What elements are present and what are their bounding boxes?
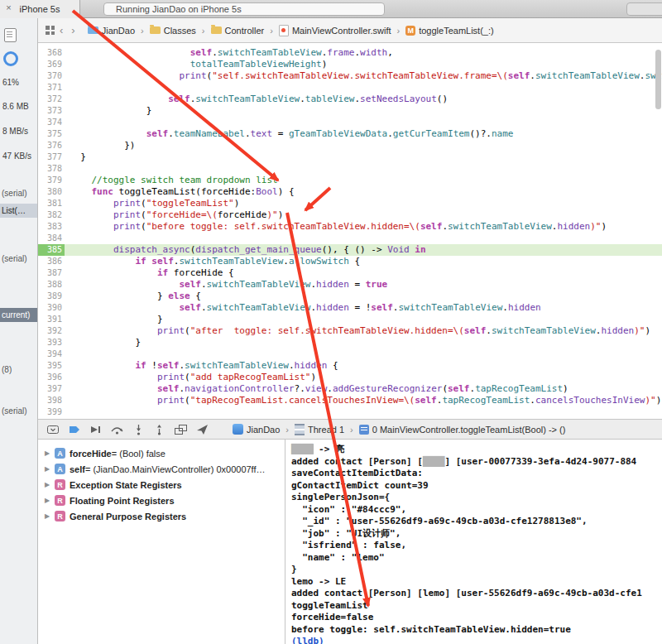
- breakpoints-toggle-icon[interactable]: [68, 424, 81, 435]
- variable-row[interactable]: ▶RException State Registers: [38, 477, 285, 493]
- thread-list-item[interactable]: (8): [0, 363, 38, 377]
- simulate-location-icon[interactable]: [196, 424, 209, 435]
- line-number[interactable]: 374: [38, 117, 65, 128]
- code-line[interactable]: 369 totalTeamTableViewHeight): [38, 59, 662, 70]
- line-number[interactable]: 390: [38, 302, 65, 314]
- code-line[interactable]: 395 if !self.switchTeamTableView.hidden …: [38, 360, 662, 372]
- gauge-value[interactable]: 8.6 MB: [2, 102, 29, 111]
- disclosure-triangle-icon[interactable]: ▶: [45, 512, 55, 520]
- code-line[interactable]: 376 }): [38, 140, 662, 151]
- code-line[interactable]: 372 self.switchTeamTableView.tableView.s…: [38, 94, 662, 105]
- line-number[interactable]: 386: [38, 256, 65, 267]
- line-number[interactable]: 397: [38, 383, 65, 395]
- view-debugger-icon[interactable]: [174, 424, 188, 435]
- line-number[interactable]: 369: [38, 59, 65, 70]
- code-line[interactable]: 375 self.teamNameLabel.text = gTeamTable…: [38, 128, 662, 140]
- line-number[interactable]: 391: [38, 314, 65, 325]
- code-line[interactable]: 387 if forceHide {: [38, 267, 662, 279]
- line-number[interactable]: 382: [38, 209, 65, 221]
- line-number[interactable]: 371: [38, 82, 65, 94]
- line-number[interactable]: 380: [38, 186, 65, 198]
- code-line[interactable]: 389 } else {: [38, 291, 662, 302]
- breadcrumb-item[interactable]: Controller: [211, 26, 265, 36]
- line-number[interactable]: 368: [38, 47, 65, 59]
- line-number[interactable]: 383: [38, 221, 65, 233]
- gauge-value[interactable]: 8 MB/s: [2, 127, 28, 136]
- thread-list-item[interactable]: List(…: [0, 204, 38, 218]
- variable-row[interactable]: ▶RGeneral Purpose Registers: [38, 508, 285, 524]
- code-line[interactable]: 368 self.switchTeamTableView.frame.width…: [38, 47, 662, 59]
- breadcrumb-item[interactable]: Classes: [150, 26, 196, 36]
- line-number[interactable]: 388: [38, 279, 65, 291]
- code-line[interactable]: 385 dispatch_async(dispatch_get_main_que…: [38, 244, 662, 256]
- code-line[interactable]: 393 }: [38, 337, 662, 348]
- line-number[interactable]: 394: [38, 348, 65, 360]
- disclosure-triangle-icon[interactable]: ▶: [45, 481, 55, 488]
- back-chevron-icon[interactable]: ‹: [60, 25, 63, 36]
- code-line[interactable]: 373 }: [38, 105, 662, 117]
- thread-list-item[interactable]: (serial): [0, 186, 38, 200]
- thread-list-item[interactable]: (serial): [0, 404, 38, 418]
- line-number[interactable]: 379: [38, 175, 65, 186]
- toolbar-button-fragment[interactable]: [626, 2, 662, 16]
- line-number[interactable]: 373: [38, 105, 65, 117]
- line-number[interactable]: 395: [38, 360, 65, 372]
- code-line[interactable]: 380 func toggleTeamList(forceHide:Bool) …: [38, 186, 662, 198]
- line-number[interactable]: 387: [38, 267, 65, 279]
- code-line[interactable]: 379 //toggle switch team dropdown list: [38, 175, 662, 186]
- line-number[interactable]: 384: [38, 233, 65, 244]
- disclosure-triangle-icon[interactable]: ▶: [45, 465, 55, 473]
- variable-row[interactable]: ▶Aself = (JianDao.MainViewController) 0x…: [38, 461, 285, 477]
- code-line[interactable]: 378: [38, 163, 662, 175]
- line-number[interactable]: 399: [38, 406, 65, 418]
- code-line[interactable]: 370 print("self.switchTeamTableView.swit…: [38, 70, 662, 82]
- variable-row[interactable]: ▶RFloating Point Registers: [38, 493, 285, 508]
- line-number[interactable]: 393: [38, 337, 65, 348]
- console-view[interactable]: ████ -> 亮added contact [Person] [████] […: [285, 440, 662, 644]
- code-line[interactable]: 399: [38, 406, 662, 418]
- code-line[interactable]: 377 }: [38, 151, 662, 163]
- breadcrumb-item[interactable]: JianDao: [88, 26, 135, 36]
- code-line[interactable]: 392 print("after toggle: self.switchTeam…: [38, 325, 662, 337]
- continue-icon[interactable]: [89, 424, 102, 435]
- line-number[interactable]: 392: [38, 325, 65, 337]
- line-number[interactable]: 376: [38, 140, 65, 151]
- report-navigator-icon[interactable]: [4, 28, 17, 42]
- hide-debug-area-icon[interactable]: [46, 424, 60, 435]
- step-into-icon[interactable]: [132, 424, 145, 435]
- line-number[interactable]: 381: [38, 198, 65, 209]
- breadcrumb-item[interactable]: MtoggleTeamList(_:): [405, 26, 494, 36]
- code-line[interactable]: 383 print("before toggle: self.switchTea…: [38, 221, 662, 233]
- tab-close-icon[interactable]: ×: [3, 2, 14, 15]
- line-number[interactable]: 370: [38, 70, 65, 82]
- code-line[interactable]: 386 if self.switchTeamTableView.allowSwi…: [38, 256, 662, 267]
- line-number[interactable]: 377: [38, 151, 65, 163]
- line-number[interactable]: 396: [38, 372, 65, 383]
- related-items-icon[interactable]: [45, 25, 55, 36]
- code-line[interactable]: 384: [38, 233, 662, 244]
- code-line[interactable]: 397 self.navigationController?.view.addG…: [38, 383, 662, 395]
- gauge-value[interactable]: 61%: [2, 78, 19, 87]
- disclosure-triangle-icon[interactable]: ▶: [45, 497, 55, 504]
- window-tab-iphone-5s[interactable]: × iPhone 5s: [0, 0, 80, 18]
- line-number[interactable]: 389: [38, 291, 65, 302]
- editor-scroll-thumb[interactable]: [655, 50, 661, 109]
- variable-row[interactable]: ▶AforceHide = (Bool) false: [38, 445, 285, 461]
- code-line[interactable]: 390 self.switchTeamTableView.hidden = !s…: [38, 302, 662, 314]
- step-over-icon[interactable]: [110, 424, 124, 435]
- cpu-gauge-icon[interactable]: [3, 51, 18, 66]
- code-line[interactable]: 374: [38, 117, 662, 128]
- line-number[interactable]: 385: [38, 244, 65, 256]
- thread-list-item[interactable]: current): [0, 308, 38, 322]
- forward-chevron-icon[interactable]: ›: [71, 25, 74, 36]
- debug-crumb-thread[interactable]: Thread 1: [308, 425, 344, 435]
- code-line[interactable]: 396 print("add tapRecogTeamList"): [38, 372, 662, 383]
- gauge-value[interactable]: 47 KB/s: [2, 151, 31, 161]
- editor-scrollbar[interactable]: [655, 46, 661, 417]
- debug-crumb-frame[interactable]: 0 MainViewController.toggleTeamList(Bool…: [372, 425, 566, 435]
- code-line[interactable]: 388 self.switchTeamTableView.hidden = tr…: [38, 279, 662, 291]
- disclosure-triangle-icon[interactable]: ▶: [45, 449, 55, 457]
- code-line[interactable]: 382 print("forceHide=\(forceHide)"): [38, 209, 662, 221]
- line-number[interactable]: 375: [38, 128, 65, 140]
- line-number[interactable]: 378: [38, 163, 65, 175]
